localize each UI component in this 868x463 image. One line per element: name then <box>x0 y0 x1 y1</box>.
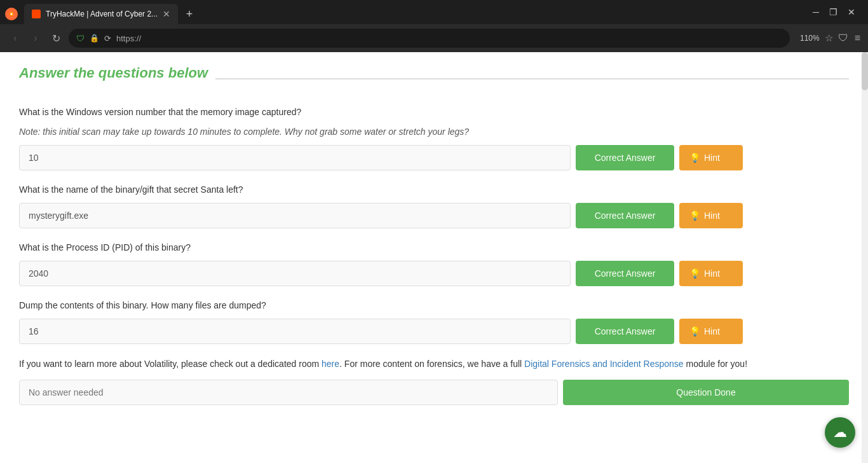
tab-bar: TryHackMe | Advent of Cyber 2... ✕ + ─ ❐… <box>0 0 868 24</box>
correct-answer-button-3[interactable]: Correct Answer <box>576 261 674 286</box>
toolbar-extras: 🛡 ≡ <box>838 32 860 44</box>
question-text-2: What is the name of the binary/gift that… <box>19 183 849 197</box>
maximize-button[interactable]: ❐ <box>829 7 837 17</box>
cloud-icon: ☁ <box>833 424 847 441</box>
window-close-button[interactable]: ✕ <box>848 7 855 17</box>
no-answer-input <box>19 380 558 405</box>
question-block-3: What is the Process ID (PID) of this bin… <box>19 241 849 286</box>
correct-answer-button-1[interactable]: Correct Answer <box>576 145 674 170</box>
answer-row-4: Correct Answer 💡 Hint <box>19 319 849 344</box>
question-text-1: What is the Windows version number that … <box>19 106 849 119</box>
menu-icon[interactable]: ≡ <box>855 32 860 44</box>
tab-favicon <box>32 10 41 18</box>
section-divider-line <box>215 78 849 79</box>
here-link[interactable]: here <box>322 359 339 369</box>
bookmark-icon[interactable]: ☆ <box>825 32 833 44</box>
question-block-2: What is the name of the binary/gift that… <box>19 183 849 228</box>
active-tab[interactable]: TryHackMe | Advent of Cyber 2... ✕ <box>24 4 178 24</box>
question-done-button[interactable]: Question Done <box>563 380 849 405</box>
answer-row-1: Correct Answer 💡 Hint <box>19 145 849 170</box>
bulb-icon-4: 💡 <box>689 326 700 336</box>
hint-button-4[interactable]: 💡 Hint <box>679 319 743 344</box>
answer-input-3[interactable] <box>19 261 571 286</box>
hint-label-2: Hint <box>704 211 720 221</box>
correct-answer-button-4[interactable]: Correct Answer <box>576 319 674 344</box>
question-block-4: Dump the contents of this binary. How ma… <box>19 299 849 344</box>
info-text-part2: . For more content on forensics, we have… <box>339 359 524 369</box>
svg-point-2 <box>11 13 13 15</box>
question-block-1: What is the Windows version number that … <box>19 106 849 170</box>
correct-answer-button-2[interactable]: Correct Answer <box>576 203 674 228</box>
answer-input-1[interactable] <box>19 145 571 170</box>
answer-row-3: Correct Answer 💡 Hint <box>19 261 849 286</box>
shield-icon: 🛡 <box>76 34 85 43</box>
hint-button-2[interactable]: 💡 Hint <box>679 203 743 228</box>
answer-input-4[interactable] <box>19 319 571 344</box>
section-header: Answer the questions below <box>19 65 849 93</box>
answer-row-2: Correct Answer 💡 Hint <box>19 203 849 228</box>
info-text-part1: If you want to learn more about Volatili… <box>19 359 322 369</box>
zoom-level: 110% <box>800 34 820 43</box>
browser-logo <box>5 8 18 20</box>
info-text-block: If you want to learn more about Volatili… <box>19 357 849 371</box>
reload-button[interactable]: ↻ <box>48 31 64 46</box>
hint-button-1[interactable]: 💡 Hint <box>679 145 743 170</box>
browser-chrome: TryHackMe | Advent of Cyber 2... ✕ + ─ ❐… <box>0 0 868 52</box>
tab-title: TryHackMe | Advent of Cyber 2... <box>46 10 158 18</box>
scrollbar-track <box>862 52 868 463</box>
back-button[interactable]: ‹ <box>8 31 23 46</box>
hint-label-4: Hint <box>704 326 720 336</box>
dfir-link[interactable]: Digital Forensics and Incident Response <box>524 359 684 369</box>
shield-extra-icon: 🛡 <box>838 32 848 44</box>
no-answer-row: Question Done <box>19 380 849 405</box>
question-text-3: What is the Process ID (PID) of this bin… <box>19 241 849 254</box>
minimize-button[interactable]: ─ <box>813 7 819 17</box>
hint-label-1: Hint <box>704 153 720 163</box>
section-title: Answer the questions below <box>19 65 208 81</box>
hint-button-3[interactable]: 💡 Hint <box>679 261 743 286</box>
question-note-1: Note: this initial scan may take up towa… <box>19 125 849 139</box>
new-tab-button[interactable]: + <box>180 5 198 23</box>
answer-input-2[interactable] <box>19 203 571 228</box>
hint-label-3: Hint <box>704 268 720 279</box>
question-text-4: Dump the contents of this binary. How ma… <box>19 299 849 312</box>
url-scheme: https:// <box>116 34 141 43</box>
bulb-icon-1: 💡 <box>689 153 700 163</box>
info-text-part3: module for you! <box>684 359 747 369</box>
forward-button[interactable]: › <box>28 31 43 46</box>
address-input[interactable]: 🛡 🔒 ⟳ https:// <box>69 29 790 48</box>
bulb-icon-2: 💡 <box>689 211 700 221</box>
window-controls: ─ ❐ ✕ <box>813 7 863 21</box>
url-display[interactable]: https:// <box>116 34 782 43</box>
page-content: Answer the questions below What is the W… <box>0 52 868 463</box>
scrollbar-thumb[interactable] <box>862 52 868 90</box>
bulb-icon-3: 💡 <box>689 268 700 279</box>
chat-fab-button[interactable]: ☁ <box>825 417 855 448</box>
address-bar: ‹ › ↻ 🛡 🔒 ⟳ https:// 110% ☆ 🛡 ≡ <box>0 24 868 52</box>
lock-icon: 🔒 <box>90 34 99 43</box>
tab-close-button[interactable]: ✕ <box>163 10 170 18</box>
sync-icon: ⟳ <box>104 34 111 43</box>
